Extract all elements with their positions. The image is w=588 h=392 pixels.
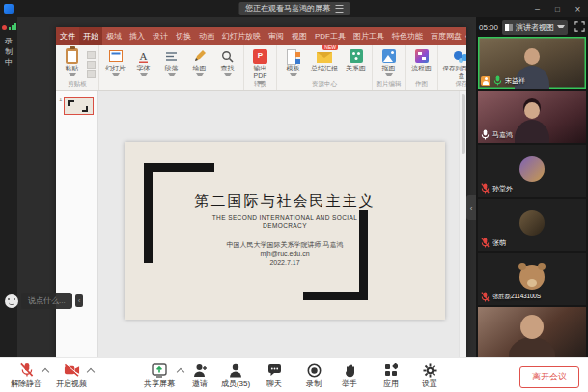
wps-menu-tab[interactable]: 图片工具 — [350, 27, 388, 45]
share-screen-icon — [152, 362, 167, 378]
raise-hand-button[interactable]: 举手 — [328, 362, 371, 389]
chat-collapse-button[interactable]: ‹ — [75, 294, 84, 307]
wps-menu-tab[interactable]: 设计 — [149, 27, 172, 45]
slide-thumbnail[interactable] — [64, 97, 94, 115]
slide-author: 中国人民大学国际关系学院讲师:马嘉鸿 — [125, 240, 445, 249]
wps-menu-tab[interactable]: 极域 — [102, 27, 126, 45]
participant-tile[interactable]: 张胜磊21143100S — [478, 253, 586, 305]
format-painter-icon[interactable] — [87, 70, 96, 78]
flowchart-button[interactable]: 流程图 — [408, 48, 434, 72]
participant-tile[interactable] — [478, 307, 586, 357]
invite-person-icon — [193, 362, 208, 378]
close-button[interactable] — [568, 4, 588, 14]
wps-menu-tab[interactable]: PDF工具 — [311, 27, 350, 45]
participant-tile[interactable]: 宋益祥 — [478, 37, 586, 89]
participant-name: 马嘉鸿 — [492, 130, 513, 140]
participant-name: 张萌 — [492, 238, 506, 248]
cutout-button[interactable]: 抠图 — [376, 48, 402, 79]
slide-thumbnail-panel[interactable]: 1 — [56, 91, 98, 357]
wps-menu-tab[interactable]: 文件 — [56, 27, 79, 45]
vip-button[interactable]: 会员专享 — [465, 31, 466, 42]
dropdown-icon — [69, 73, 76, 79]
slide[interactable]: 第二国际与社会民主主义 THE SECOND INTERNATIONAL AND… — [125, 142, 445, 320]
quick-chat-input[interactable]: 说点什么... — [21, 293, 72, 309]
recording-dot-icon — [2, 25, 7, 30]
participant-name: 宋益祥 — [505, 76, 525, 86]
diagram-button[interactable]: 关系图 — [343, 48, 369, 72]
emoji-button[interactable] — [5, 294, 18, 308]
leave-meeting-button[interactable]: 离开会议 — [519, 366, 579, 388]
wps-menubar-right: 会员专享 共享 — [465, 27, 466, 45]
maximize-button[interactable] — [547, 4, 568, 14]
members-button[interactable]: 成员(35) — [214, 362, 257, 389]
slides-button[interactable]: 幻灯片 — [102, 48, 128, 79]
mic-muted-icon — [481, 238, 490, 248]
wps-menu-tab[interactable]: 插入 — [126, 27, 149, 45]
participant-tile[interactable]: 张萌 — [478, 199, 586, 251]
wps-menubar: 文件 开始 极域 插入 设计 切换 动画 幻灯片放映 审阅 视图 PDF工具 — [56, 27, 466, 45]
save-to-pan-button[interactable]: 保存到百度网盘 — [441, 48, 466, 80]
convert-group: P 输出PDF 转换 — [244, 45, 277, 90]
apps-button[interactable]: 应用 — [370, 362, 412, 389]
wps-menu-tab[interactable]: 开始 — [79, 27, 102, 45]
slide-canvas[interactable]: 第二国际与社会民主主义 THE SECOND INTERNATIONAL AND… — [98, 91, 466, 357]
template-icon — [287, 49, 300, 63]
copy-icon[interactable] — [87, 61, 96, 69]
wps-menu-tab[interactable]: 特色功能 — [388, 27, 427, 45]
participants-sidebar: 05:00 演讲者视图 宋益祥 — [476, 17, 588, 357]
paragraph-button[interactable]: 段落 — [158, 48, 184, 79]
save-group: 保存到百度网盘 保存 — [438, 45, 466, 90]
app-logo-icon — [4, 4, 14, 14]
banner-menu-icon[interactable] — [335, 5, 343, 13]
dropdown-icon — [557, 25, 565, 31]
mic-on-icon — [481, 129, 490, 140]
watching-banner[interactable]: 您正在观看马嘉鸿的屏幕 — [238, 2, 350, 15]
mic-off-icon — [19, 362, 34, 378]
wps-ribbon: 粘贴 剪贴板 幻灯片 A 字体 — [56, 45, 466, 91]
participant-tiles: 宋益祥 马嘉鸿 孙堂外 — [478, 37, 586, 357]
report-envelope-icon — [317, 52, 332, 63]
participant-name: 孙堂外 — [492, 184, 513, 194]
view-mode-button[interactable]: 演讲者视图 — [502, 20, 568, 35]
new-badge: NEW — [322, 45, 338, 50]
pdf-icon: P — [253, 49, 267, 64]
wps-menu-tab[interactable]: 切换 — [172, 27, 195, 45]
cut-icon[interactable] — [87, 51, 96, 59]
fullscreen-button[interactable] — [574, 18, 585, 36]
clipboard-mini-buttons[interactable] — [87, 48, 96, 78]
wps-menu-tab[interactable]: 动画 — [195, 27, 218, 45]
titlebar: 您正在观看马嘉鸿的屏幕 — [0, 0, 588, 17]
draw-button[interactable]: 绘图 — [186, 48, 212, 79]
share-screen-button[interactable]: 共享屏幕 — [138, 362, 181, 389]
diagram-icon — [350, 49, 363, 63]
paste-button[interactable]: 粘贴 — [59, 48, 85, 79]
wps-menu-tab[interactable]: 视图 — [288, 27, 311, 45]
resource-center-group: 模板 NEW 总结汇报 关系图 资源中心 — [277, 45, 373, 90]
canvas-scrollbar[interactable] — [459, 91, 466, 357]
chat-button[interactable]: 聊天 — [253, 362, 295, 389]
picture-icon — [382, 49, 396, 63]
raise-hand-icon — [344, 362, 356, 378]
insert-buttons-group: 幻灯片 A 字体 段落 绘图 查找 — [99, 45, 244, 90]
svg-text:A: A — [140, 50, 148, 62]
unmute-button[interactable]: 解除静音 — [5, 362, 47, 389]
wps-menu-tab[interactable]: 百度网盘 — [427, 27, 465, 45]
report-button[interactable]: NEW 总结汇报 — [308, 48, 341, 72]
participant-tile[interactable]: 马嘉鸿 — [478, 91, 586, 143]
network-signal-icon — [9, 23, 16, 30]
record-icon — [307, 362, 322, 378]
settings-button[interactable]: 设置 — [408, 362, 451, 389]
wps-menu-tab[interactable]: 审阅 — [265, 27, 288, 45]
font-button[interactable]: A 字体 — [130, 48, 156, 79]
sidebar-collapse-handle[interactable]: ‹ — [466, 195, 476, 220]
find-button[interactable]: 查找 — [214, 48, 240, 79]
template-button[interactable]: 模板 — [280, 48, 306, 79]
wps-menu-tab[interactable]: 幻灯片放映 — [218, 27, 265, 45]
minimize-button[interactable] — [527, 4, 547, 14]
participant-tile[interactable]: 孙堂外 — [478, 145, 586, 197]
flowchart-icon — [415, 49, 429, 63]
start-video-button[interactable]: 开启视频 — [50, 362, 93, 389]
picture-edit-group: 抠图 图片编辑 — [373, 45, 406, 90]
slide-title: 第二国际与社会民主主义 — [125, 192, 445, 210]
draw-group: 流程图 作图 — [406, 45, 438, 90]
